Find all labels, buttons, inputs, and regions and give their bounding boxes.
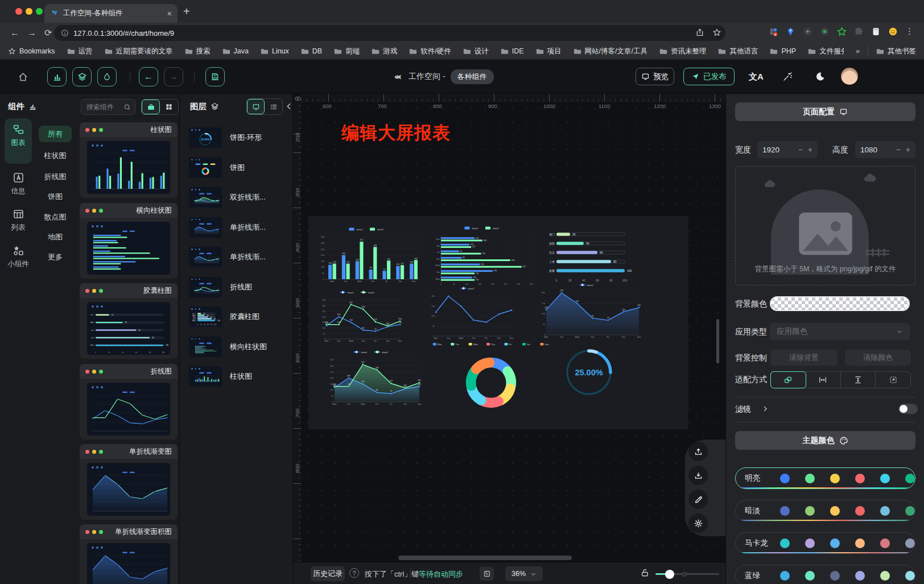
layer-item[interactable]: 柱状图	[189, 365, 286, 388]
category-柱状图[interactable]: 柱状图	[39, 147, 72, 164]
chart-ring[interactable]: 25.00%	[564, 347, 614, 397]
bookmark-folder[interactable]: 近期需要读的文章	[105, 47, 173, 56]
preview-button[interactable]: 预览	[636, 68, 674, 85]
extension-icon[interactable]: g	[769, 27, 778, 36]
sidebar-item-信息[interactable]: 信息	[5, 167, 32, 198]
width-minus-button[interactable]: −	[798, 145, 803, 154]
theme-row-明亮[interactable]: 明亮	[735, 467, 915, 489]
url-text[interactable]: 127.0.0.1:3000/#/chart/home/9	[73, 29, 174, 38]
mac-close-button[interactable]	[15, 8, 22, 15]
layer-item[interactable]: 25.00%饼图-环形	[189, 126, 286, 150]
fab-download[interactable]	[688, 466, 708, 485]
forward-icon[interactable]: →	[27, 28, 36, 38]
bookmarks-overflow-chevron[interactable]: »	[856, 47, 860, 55]
toggle-grid-view[interactable]	[160, 100, 178, 114]
extension-circle-icon[interactable]	[820, 27, 830, 36]
url-bar[interactable]: 127.0.0.1:3000/#/chart/home/9	[54, 25, 725, 41]
app-type-select[interactable]: 应用颜色	[770, 323, 910, 340]
menu-dots-icon[interactable]: ⋮	[905, 26, 914, 36]
toggle-list-view[interactable]	[265, 99, 282, 114]
bookmark-folder[interactable]: 其他语言	[718, 47, 758, 56]
component-card[interactable]: 单折线渐变面积图	[80, 524, 178, 584]
chevron-right-icon[interactable]	[761, 404, 769, 413]
fab-settings-gear[interactable]	[688, 513, 708, 533]
canvas-hscrollbar[interactable]	[398, 556, 572, 560]
bookmark-folder[interactable]: 网站/博客/文章/工具	[574, 47, 647, 56]
component-card[interactable]: 单折线渐变图	[80, 444, 178, 520]
sidebar-item-图表[interactable]: 图表	[5, 118, 32, 164]
fit-option-fit-height[interactable]	[841, 372, 876, 388]
charts-panel-button[interactable]	[47, 67, 67, 86]
new-tab-button[interactable]: +	[183, 5, 190, 18]
height-plus-button[interactable]: +	[906, 145, 910, 154]
category-更多[interactable]: 更多	[39, 248, 72, 265]
user-avatar[interactable]	[841, 68, 858, 85]
slider-knob[interactable]	[665, 570, 674, 579]
magic-wand-icon[interactable]	[782, 72, 793, 82]
home-icon[interactable]	[18, 72, 28, 82]
toggle-thumbnail-view[interactable]	[247, 99, 265, 114]
bookmark-folder[interactable]: 文件服务器	[808, 47, 844, 56]
publish-button[interactable]: 已发布	[683, 68, 735, 85]
bookmark-folder[interactable]: 设计	[463, 47, 489, 56]
layer-item[interactable]: 饼图	[189, 156, 286, 180]
browser-tab[interactable]: 工作空间-各种组件 ×	[44, 4, 178, 23]
lock-icon[interactable]	[640, 568, 650, 578]
fab-upload[interactable]	[688, 442, 708, 461]
bookmark-folder[interactable]: 软件/硬件	[409, 47, 451, 56]
bookmarks-root[interactable]: Bookmarks	[8, 47, 55, 55]
chart-bar[interactable]: data1data2050100150200250300350Mon120130…	[316, 223, 423, 286]
chart-capsule[interactable]: 厦门20南阳40北京60上海80新疆100020406080100	[539, 225, 641, 284]
layer-item[interactable]: 折线图	[189, 275, 286, 299]
save-button[interactable]	[205, 67, 225, 86]
bg-color-swatch[interactable]	[770, 296, 910, 311]
mac-minimize-button[interactable]	[26, 8, 32, 15]
puzzle-icon[interactable]	[854, 27, 864, 36]
bookmark-folder[interactable]: Linux	[261, 47, 289, 56]
extension-circle-icon[interactable]	[803, 27, 812, 36]
dashboard-title-text[interactable]: 编辑大屏报表	[341, 121, 451, 145]
bookmark-star-icon[interactable]	[712, 28, 721, 37]
toggle-component-view[interactable]	[142, 100, 160, 114]
width-stepper[interactable]: 1920 −+	[757, 141, 818, 158]
theme-row-马卡龙[interactable]: 马卡龙	[735, 532, 915, 554]
page-name-badge[interactable]: 各种组件	[451, 69, 494, 84]
layer-item[interactable]: 双折线渐...	[189, 185, 286, 209]
back-icon[interactable]: ←	[10, 28, 19, 38]
chart-line-dual[interactable]: data1data2050100150200250300350MonTueWed…	[317, 287, 404, 346]
height-minus-button[interactable]: −	[896, 145, 901, 154]
profile-smiley-icon[interactable]	[888, 27, 898, 36]
bookmark-folder[interactable]: 运营	[67, 47, 93, 56]
dark-mode-moon-icon[interactable]	[815, 71, 826, 82]
profile-icon[interactable]	[871, 27, 881, 36]
mac-maximize-button[interactable]	[36, 8, 43, 15]
zoom-select[interactable]: 36%	[505, 566, 543, 581]
fit-option-fit-stretch[interactable]	[876, 372, 910, 388]
fab-edit[interactable]	[688, 490, 708, 509]
undo-button[interactable]: ←	[139, 67, 158, 86]
bookmark-folder[interactable]: 项目	[536, 47, 562, 56]
redo-button[interactable]: →	[164, 67, 183, 86]
other-bookmarks[interactable]: 其他书签	[876, 47, 916, 56]
category-所有[interactable]: 所有	[39, 126, 72, 142]
bookmark-folder[interactable]: PHP	[770, 47, 796, 56]
chart-donut[interactable]: MonTueWedThuFriSatSun	[428, 341, 554, 416]
bookmark-folder[interactable]: DB	[301, 47, 322, 56]
component-card[interactable]: 横向柱状图	[80, 203, 178, 279]
bookmark-folder[interactable]: Java	[222, 47, 249, 56]
category-饼图[interactable]: 饼图	[39, 188, 72, 205]
chart-area-dual[interactable]: data1data2050100150200250300350MonTueWed…	[325, 346, 423, 409]
chart-area-single[interactable]: data1050100150200MonTueWedThuFriSatSun12…	[537, 279, 643, 342]
green-star-icon[interactable]	[837, 27, 847, 36]
layers-panel-button[interactable]	[72, 67, 92, 86]
fit-option-fit-scale[interactable]	[770, 371, 806, 388]
sidebar-item-列表[interactable]: 列表	[5, 203, 32, 235]
filter-toggle[interactable]	[898, 404, 918, 414]
canvas-vscrollbar[interactable]	[716, 319, 719, 363]
theme-row-蓝绿[interactable]: 蓝绿	[735, 565, 915, 584]
component-card[interactable]: 胶囊柱图厦门20南阳40北京60上海80新疆100020406080100	[80, 283, 178, 359]
component-search[interactable]	[81, 99, 135, 115]
bookmark-folder[interactable]: 搜索	[185, 47, 211, 56]
page-config-header[interactable]: 页面配置	[735, 102, 915, 121]
bookmark-folder[interactable]: IDE	[501, 47, 524, 56]
